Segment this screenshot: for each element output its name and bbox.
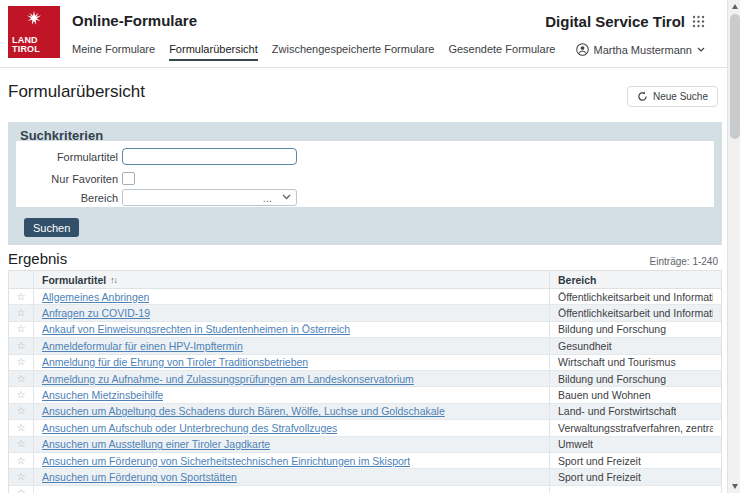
table-row: ☆ Ansuchen Mietzinsbeihilfe Bauen und Wo… [9,387,721,403]
scroll-up-arrow[interactable] [728,0,740,13]
favorite-star-icon[interactable]: ☆ [17,374,26,384]
favorite-star-icon[interactable]: ☆ [17,292,26,302]
formulartitel-column-label: Formulartitel [42,274,106,286]
new-search-button[interactable]: Neue Suche [627,86,718,107]
formulartitel-label: Formulartitel [16,151,118,163]
favorite-star-icon[interactable]: ☆ [17,357,26,367]
form-link[interactable]: Ansuchen um Abgeltung des Schadens durch… [42,405,445,417]
tab-zwischengespeicherte-formulare[interactable]: Zwischengespeicherte Formulare [272,43,435,61]
form-link[interactable]: Anmeldung zu Aufnahme- und Zulassungsprü… [42,373,414,385]
brand-name: Digital Service Tirol [545,13,685,30]
bereich-select-value: ... [263,192,272,204]
nur-favoriten-label: Nur Favoriten [16,173,118,185]
form-link[interactable]: Anmeldeformular für einen HPV-Impftermin [42,340,243,352]
bereich-column-label: Bereich [558,274,597,286]
bereich-value: Umwelt [558,438,593,450]
formulartitel-column-header[interactable]: Formulartitel ↑↓ [34,271,549,288]
bereich-value: Bildung und Forschung [558,373,666,385]
formulartitel-input[interactable] [122,148,297,165]
bereich-value: Öffentlichkeitsarbeit und Informationswe… [558,291,713,303]
app-title: Online-Formulare [72,12,197,29]
page-title: Formularübersicht [8,82,145,102]
new-search-label: Neue Suche [653,91,708,102]
bereich-value: Land- und Forstwirtschaft [558,405,676,417]
form-link[interactable]: Ankauf von Einweisungsrechten in Student… [42,323,350,335]
entries-count: Einträge: 1-240 [650,256,718,267]
form-link[interactable]: Ansuchen um Förderung von Sportstätten [42,471,237,483]
favorite-star-icon[interactable]: ☆ [17,308,26,318]
favorite-star-icon[interactable]: ☆ [17,488,26,493]
refresh-icon [637,91,648,102]
suchen-button[interactable]: Suchen [24,218,79,237]
vertical-scrollbar[interactable] [727,0,740,493]
tab-meine-formulare[interactable]: Meine Formulare [72,43,155,61]
table-row: ☆ Ansuchen um Ausstellung einer Tiroler … [9,437,721,453]
table-row: ☆ Ankauf von Einweisungsrechten in Stude… [9,322,721,338]
form-link[interactable]: Allgemeines Anbringen [42,291,149,303]
main-nav: Meine Formulare Formularübersicht Zwisch… [72,43,555,61]
bereich-value: Gesundheit [558,340,612,352]
nur-favoriten-checkbox[interactable] [122,172,135,185]
bereich-value: Wirtschaft und Tourismus [558,356,676,368]
table-row: ☆ Anfragen zu COVID-19 Öffentlichkeitsar… [9,305,721,321]
favorite-star-icon[interactable]: ☆ [17,341,26,351]
bereich-value: Verwaltungsstrafverfahren, zentrale Durc… [558,422,713,434]
form-link[interactable]: Anfragen zu COVID-19 [42,307,150,319]
results-table: Formulartitel ↑↓ Bereich ☆ Allgemeines A… [8,270,722,493]
table-row: ☆ Anmeldung zu Aufnahme- und Zulassungsp… [9,371,721,387]
user-icon [576,43,589,56]
bereich-value: Sport und Freizeit [558,455,641,467]
tab-gesendete-formulare[interactable]: Gesendete Formulare [448,43,555,61]
logo-text: LAND TIROL [12,36,56,54]
results-table-body: ☆ Allgemeines Anbringen Öffentlichkeitsa… [9,289,721,493]
table-row: ☆ Ansuchen um Aufschub oder Unterbrechun… [9,420,721,436]
scrollbar-thumb[interactable] [730,14,740,139]
tab-formularuebersicht[interactable]: Formularübersicht [169,43,258,61]
search-form: Formulartitel Nur Favoriten Bereich ... [16,141,714,207]
results-table-header: Formulartitel ↑↓ Bereich [9,271,721,289]
app-header: LAND TIROL Online-Formulare Meine Formul… [0,0,727,68]
bereich-column-header: Bereich [549,271,721,288]
table-row: ☆ Anmeldeformular für einen HPV-Impfterm… [9,338,721,354]
form-link[interactable]: Ansuchen um Ausstellung einer Tiroler Ja… [42,438,270,450]
app-grid-icon[interactable] [692,15,705,28]
sort-icon: ↑↓ [110,275,117,285]
favorite-star-icon[interactable]: ☆ [17,456,26,466]
brand-area: Digital Service Tirol [545,13,705,30]
scroll-down-arrow[interactable] [728,480,740,493]
form-link[interactable]: Ansuchen um Förderung von Sicherheitstec… [42,455,410,467]
bereich-value: Bildung und Forschung [558,323,666,335]
form-link[interactable]: Anmeldung für die Ehrung von Tiroler Tra… [42,356,308,368]
land-tirol-logo[interactable]: LAND TIROL [8,6,60,58]
bereich-value: Sport und Freizeit [558,471,641,483]
table-row: ☆ Ansuchen um Abgeltung des Schadens dur… [9,404,721,420]
chevron-down-icon [697,47,705,52]
bereich-label: Bereich [16,192,118,204]
favorite-column-header [9,271,34,288]
table-row: ☆ Ansuchen um Förderung von Sportstätten… [9,469,721,485]
table-row: ☆ Anmeldung für die Ehrung von Tiroler T… [9,355,721,371]
table-row: ☆ Ansuchen um Förderung von Sicherheitst… [9,453,721,469]
table-row: ☆ [9,486,721,493]
favorite-star-icon[interactable]: ☆ [17,423,26,433]
bereich-select[interactable]: ... [122,189,297,206]
page: LAND TIROL Online-Formulare Meine Formul… [0,0,740,493]
form-link[interactable]: Ansuchen Mietzinsbeihilfe [42,389,163,401]
form-link[interactable]: Ansuchen um Aufschub oder Unterbrechung … [42,422,337,434]
chevron-down-icon [282,194,291,200]
bereich-value: Bauen und Wohnen [558,389,651,401]
table-row: ☆ Allgemeines Anbringen Öffentlichkeitsa… [9,289,721,305]
results-title: Ergebnis [8,250,67,267]
user-name: Martha Mustermann [594,44,692,56]
favorite-star-icon[interactable]: ☆ [17,406,26,416]
bereich-value: Öffentlichkeitsarbeit und Informationswe… [558,307,713,319]
favorite-star-icon[interactable]: ☆ [17,472,26,482]
favorite-star-icon[interactable]: ☆ [17,390,26,400]
tirol-eagle-icon [24,9,44,29]
favorite-star-icon[interactable]: ☆ [17,324,26,334]
user-menu[interactable]: Martha Mustermann [576,43,705,56]
search-panel: Suchkriterien Formulartitel Nur Favorite… [8,122,722,245]
favorite-star-icon[interactable]: ☆ [17,439,26,449]
